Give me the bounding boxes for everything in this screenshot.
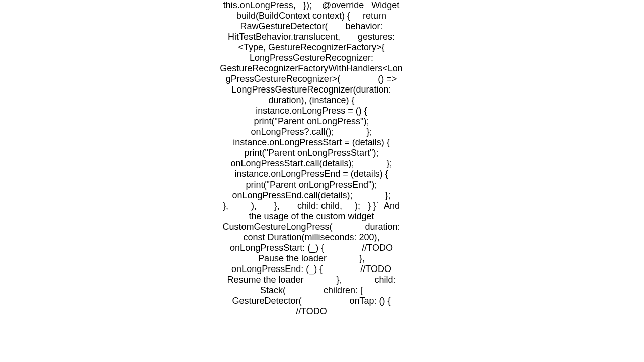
code-text-block: this.onLongPress, }); @override Widget b… [218,0,405,317]
